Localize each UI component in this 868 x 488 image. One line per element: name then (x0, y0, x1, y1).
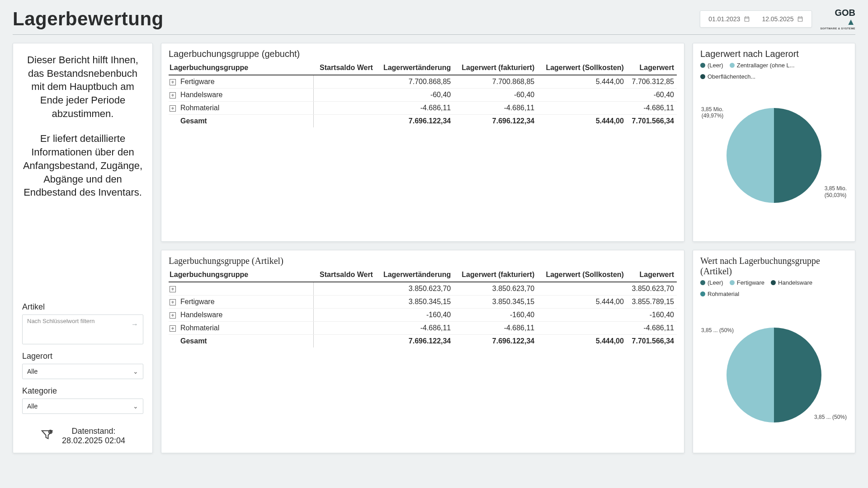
pie-group-label-left: 3,85 ... (50%) (701, 327, 734, 333)
logo-triangle-icon: ▲ (820, 17, 855, 26)
category-select[interactable]: Alle ⌄ (22, 399, 143, 414)
pie-group-label-right: 3,85 ... (50%) (814, 414, 847, 420)
expand-icon[interactable]: + (170, 79, 176, 85)
pie-group-card: Wert nach Lagerbuchungsgruppe (Artikel) … (693, 250, 855, 453)
date-to-picker[interactable]: 12.05.2025 (762, 15, 803, 23)
calendar-icon (744, 16, 750, 22)
calendar-icon (797, 16, 803, 22)
col-target[interactable]: Lagerwert (Sollkosten) (537, 268, 627, 282)
col-total[interactable]: Lagerwert (627, 61, 677, 75)
col-change[interactable]: Lagerwertänderung (376, 268, 453, 282)
intro-p2: Er liefert detaillierte Informationen üb… (22, 132, 143, 199)
col-total[interactable]: Lagerwert (627, 268, 677, 282)
table-total-row: Gesamt7.696.122,347.696.122,345.444,007.… (169, 335, 677, 348)
expand-icon[interactable]: + (170, 286, 176, 292)
pie-location-legend: (Leer)Zentrallager (ohne L...Oberflächen… (700, 62, 848, 80)
pie-group-legend: (Leer)FertigwareHandelswareRohmaterial (700, 279, 848, 297)
filter-clear-icon[interactable] (40, 428, 54, 445)
col-start[interactable]: Startsaldo Wert (313, 268, 376, 282)
filter-article-label: Artikel (22, 302, 143, 312)
sidebar: Dieser Bericht hilft Ihnen, das Bestands… (13, 43, 153, 453)
filter-category-label: Kategorie (22, 386, 143, 396)
legend-item[interactable]: Oberflächentech... (700, 73, 755, 80)
header: Lagerbewertung 01.01.2023 12.05.2025 GOB… (13, 8, 855, 35)
table-row[interactable]: +Fertigware3.850.345,153.850.345,155.444… (169, 296, 677, 309)
table-row[interactable]: +Fertigware7.700.868,857.700.868,855.444… (169, 75, 677, 89)
table-total-row: Gesamt7.696.122,347.696.122,345.444,007.… (169, 115, 677, 128)
col-invoiced[interactable]: Lagerwert (fakturiert) (453, 61, 537, 75)
table-article-title: Lagerbuchungsgruppe (Artikel) (169, 256, 677, 266)
expand-icon[interactable]: + (170, 92, 176, 99)
legend-item[interactable]: (Leer) (700, 62, 723, 69)
location-value: Alle (27, 368, 38, 375)
intro-p1: Dieser Bericht hilft Ihnen, das Bestands… (22, 53, 143, 120)
date-from-value: 01.01.2023 (708, 15, 740, 23)
expand-icon[interactable]: + (170, 105, 176, 112)
data-timestamp: Datenstand: 28.02.2025 02:04 (22, 427, 143, 446)
table-booked-card: Lagerbuchungsgruppe (gebucht) Lagerbuchu… (161, 43, 684, 242)
col-target[interactable]: Lagerwert (Sollkosten) (537, 61, 627, 75)
col-group[interactable]: Lagerbuchungsgruppe (169, 268, 313, 282)
col-group[interactable]: Lagerbuchungsgruppe (169, 61, 313, 75)
datastand-value: 28.02.2025 02:04 (62, 436, 125, 446)
table-row[interactable]: +Rohmaterial-4.686,11-4.686,11-4.686,11 (169, 102, 677, 115)
legend-item[interactable]: Zentrallager (ohne L... (730, 62, 795, 69)
brand-logo: GOB ▲ SOFTWARE & SYSTEME (820, 8, 855, 30)
table-row[interactable]: +Handelsware-60,40-60,40-60,40 (169, 89, 677, 102)
table-row[interactable]: +3.850.623,703.850.623,703.850.623,70 (169, 282, 677, 296)
table-booked-title: Lagerbuchungsgruppe (gebucht) (169, 49, 677, 59)
logo-sub: SOFTWARE & SYSTEME (820, 27, 855, 30)
chevron-down-icon: ⌄ (133, 403, 138, 410)
table-row[interactable]: +Handelsware-160,40-160,40-160,40 (169, 309, 677, 322)
pie-group-title: Wert nach Lagerbuchungsgruppe (Artikel) (700, 256, 848, 277)
date-range-box: 01.01.2023 12.05.2025 (700, 10, 812, 28)
pie-location-title: Lagerwert nach Lagerort (700, 49, 848, 59)
datastand-label: Datenstand: (71, 427, 115, 436)
legend-item[interactable]: Handelsware (771, 279, 812, 286)
date-from-picker[interactable]: 01.01.2023 (708, 15, 750, 23)
col-invoiced[interactable]: Lagerwert (fakturiert) (453, 268, 537, 282)
legend-item[interactable]: Fertigware (730, 279, 764, 286)
intro-text: Dieser Bericht hilft Ihnen, das Bestands… (22, 53, 143, 211)
location-select[interactable]: Alle ⌄ (22, 364, 143, 379)
chevron-down-icon: ⌄ (133, 368, 138, 375)
date-to-value: 12.05.2025 (762, 15, 793, 23)
pie-group-chart[interactable] (726, 328, 821, 422)
expand-icon[interactable]: + (170, 312, 176, 319)
col-change[interactable]: Lagerwertänderung (376, 61, 453, 75)
table-article-card: Lagerbuchungsgruppe (Artikel) Lagerbuchu… (161, 250, 684, 453)
logo-text: GOB (835, 8, 855, 18)
expand-icon[interactable]: + (170, 325, 176, 332)
col-start[interactable]: Startsaldo Wert (313, 61, 376, 75)
pie-location-label-right: 3,85 Mio. (50,03%) (825, 185, 847, 198)
filter-location-label: Lagerort (22, 352, 143, 361)
table-booked: Lagerbuchungsgruppe Startsaldo Wert Lage… (169, 61, 677, 127)
category-value: Alle (27, 403, 38, 410)
page-title: Lagerbewertung (13, 8, 164, 30)
pie-location-label-left: 3,85 Mio. (49,97%) (701, 106, 723, 119)
table-row[interactable]: +Rohmaterial-4.686,11-4.686,11-4.686,11 (169, 322, 677, 335)
arrow-right-icon: → (131, 320, 138, 328)
search-input[interactable]: Nach Schlüsselwort filtern → (22, 314, 143, 344)
table-article: Lagerbuchungsgruppe Startsaldo Wert Lage… (169, 268, 677, 347)
legend-item[interactable]: (Leer) (700, 279, 723, 286)
pie-location-chart[interactable] (726, 108, 821, 203)
expand-icon[interactable]: + (170, 299, 176, 305)
search-placeholder: Nach Schlüsselwort filtern (27, 318, 95, 324)
legend-item[interactable]: Rohmaterial (700, 291, 739, 297)
pie-location-card: Lagerwert nach Lagerort (Leer)Zentrallag… (693, 43, 855, 242)
